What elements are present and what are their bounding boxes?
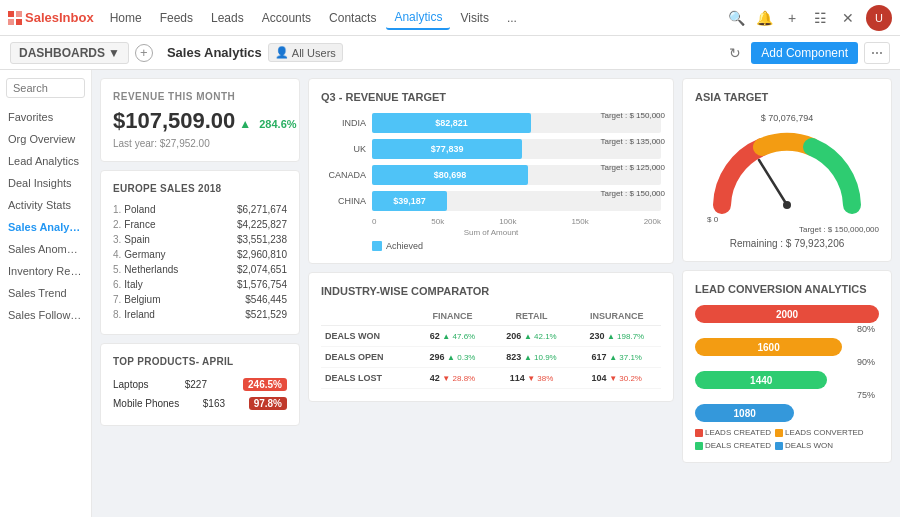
legend-item: LEADS CONVERTED [775, 428, 864, 437]
add-component-button[interactable]: Add Component [751, 42, 858, 64]
brand-logo[interactable]: SalesInbox [8, 10, 94, 25]
gauge-remaining: Remaining : $ 79,923,206 [695, 238, 879, 249]
europe-row: 5.Netherlands$2,074,651 [113, 262, 287, 277]
europe-row: 1.Poland$6,271,674 [113, 202, 287, 217]
lead-bars: 2000 80% 1600 90% 1440 75% 1080 [695, 305, 879, 422]
gauge-target: Target : $ 150,000,000 [695, 225, 879, 234]
gauge-chart [707, 125, 867, 215]
europe-row: 3.Spain$3,551,238 [113, 232, 287, 247]
bell-icon[interactable]: 🔔 [754, 8, 774, 28]
revenue-last-year: Last year: $27,952.00 [113, 138, 287, 149]
svg-line-4 [759, 160, 787, 205]
search-icon[interactable]: 🔍 [726, 8, 746, 28]
close-icon[interactable]: ✕ [838, 8, 858, 28]
gauge-top-value: $ 70,076,794 [695, 113, 879, 123]
svg-point-5 [783, 201, 791, 209]
search-input[interactable] [6, 78, 85, 98]
nav-leads[interactable]: Leads [203, 7, 252, 29]
main-layout: Favorites Org Overview Lead Analytics De… [0, 70, 900, 517]
svg-rect-2 [8, 19, 14, 25]
legend-item: DEALS CREATED [695, 441, 771, 450]
sub-navigation: DASHBOARDS ▼ + Sales Analytics 👤 All Use… [0, 36, 900, 70]
chart-legend: Achieved [321, 241, 661, 251]
sidebar-item-favorites[interactable]: Favorites [0, 106, 91, 128]
chevron-down-icon: ▼ [108, 46, 120, 60]
svg-rect-1 [16, 11, 22, 17]
revenue-card: REVENUE THIS MONTH $107,509.00 ▲ 284.6% … [100, 78, 300, 162]
top-products-title: TOP PRODUCTS- APRIL [113, 356, 287, 367]
chart-axis: 050k100k150k200k [321, 217, 661, 226]
bar-row: INDIA $82,821 Target : $ 150,000 [321, 113, 661, 133]
sidebar-item-inventory-reports[interactable]: Inventory Reports [0, 260, 91, 282]
product-row: Laptops$227246.5% [113, 375, 287, 394]
grid-icon[interactable]: ☷ [810, 8, 830, 28]
nav-actions: 🔍 🔔 + ☷ ✕ U [726, 5, 892, 31]
lead-bar-row: 1440 75% [695, 371, 879, 400]
col-header-insurance: INSURANCE [573, 307, 661, 326]
plus-icon[interactable]: + [782, 8, 802, 28]
comparator-title: INDUSTRY-WISE COMPARATOR [321, 285, 661, 297]
sidebar-item-sales-trend[interactable]: Sales Trend [0, 282, 91, 304]
sidebar-item-lead-analytics[interactable]: Lead Analytics [0, 150, 91, 172]
lead-bar-row: 1600 90% [695, 338, 879, 367]
asia-title: ASIA TARGET [695, 91, 879, 103]
sidebar-item-sales-followup[interactable]: Sales Follow-up T [0, 304, 91, 326]
more-options-button[interactable]: ⋯ [864, 42, 890, 64]
lead-bar-row: 1080 [695, 404, 879, 422]
dashboards-dropdown[interactable]: DASHBOARDS ▼ [10, 42, 129, 64]
users-icon: 👤 [275, 46, 289, 59]
col-header-retail: RETAIL [490, 307, 572, 326]
col-header-finance: FINANCE [415, 307, 491, 326]
lead-legend: LEADS CREATEDLEADS CONVERTEDDEALS CREATE… [695, 428, 879, 450]
top-navigation: SalesInbox Home Feeds Leads Accounts Con… [0, 0, 900, 36]
middle-column: Q3 - REVENUE TARGET INDIA $82,821 Target… [308, 78, 674, 509]
sidebar-item-sales-anomalies[interactable]: Sales Anomalies [0, 238, 91, 260]
content-area: REVENUE THIS MONTH $107,509.00 ▲ 284.6% … [92, 70, 900, 517]
bar-row: CANADA $80,698 Target : $ 125,000 [321, 165, 661, 185]
right-column: ASIA TARGET $ 70,076,794 [682, 78, 892, 509]
col-header-label [321, 307, 415, 326]
svg-rect-0 [8, 11, 14, 17]
revenue-amount: $107,509.00 [113, 108, 235, 134]
comparator-table: FINANCE RETAIL INSURANCE DEALS WON 62 47… [321, 307, 661, 389]
nav-more[interactable]: ... [499, 7, 525, 29]
nav-accounts[interactable]: Accounts [254, 7, 319, 29]
nav-visits[interactable]: Visits [452, 7, 496, 29]
sidebar-item-activity-stats[interactable]: Activity Stats [0, 194, 91, 216]
europe-title: EUROPE SALES 2018 [113, 183, 287, 194]
x-axis-label: Sum of Amount [321, 228, 661, 237]
lead-conversion-title: LEAD CONVERSION ANALYTICS [695, 283, 879, 295]
bar-row: UK $77,839 Target : $ 135,000 [321, 139, 661, 159]
legend-item: DEALS WON [775, 441, 833, 450]
revenue-change: 284.6% [259, 118, 296, 130]
product-rows: Laptops$227246.5%Mobile Phones$16397.8% [113, 375, 287, 413]
nav-feeds[interactable]: Feeds [152, 7, 201, 29]
svg-rect-3 [16, 19, 22, 25]
gauge-container: $ 70,076,794 $ 0 [695, 113, 879, 249]
product-row: Mobile Phones$16397.8% [113, 394, 287, 413]
sidebar-item-deal-insights[interactable]: Deal Insights [0, 172, 91, 194]
sidebar: Favorites Org Overview Lead Analytics De… [0, 70, 92, 517]
nav-contacts[interactable]: Contacts [321, 7, 384, 29]
legend-item: LEADS CREATED [695, 428, 771, 437]
bar-row: CHINA $39,187 Target : $ 150,000 [321, 191, 661, 211]
europe-row: 4.Germany$2,960,810 [113, 247, 287, 262]
revenue-title: REVENUE THIS MONTH [113, 91, 287, 102]
gauge-min-max: $ 0 [707, 215, 867, 224]
revenue-arrow: ▲ [239, 117, 251, 131]
add-dashboard-button[interactable]: + [135, 44, 153, 62]
nav-home[interactable]: Home [102, 7, 150, 29]
europe-row: 8.Ireland$521,529 [113, 307, 287, 322]
sidebar-item-org-overview[interactable]: Org Overview [0, 128, 91, 150]
europe-row: 6.Italy$1,576,754 [113, 277, 287, 292]
sidebar-item-sales-analytics[interactable]: Sales Analytics [0, 216, 91, 238]
refresh-icon[interactable]: ↻ [729, 45, 741, 61]
q3-bar-chart: INDIA $82,821 Target : $ 150,000 UK $77,… [321, 113, 661, 211]
europe-row: 7.Belgium$546,445 [113, 292, 287, 307]
user-avatar[interactable]: U [866, 5, 892, 31]
brand-icon [8, 11, 22, 25]
filter-badge[interactable]: 👤 All Users [268, 43, 343, 62]
nav-analytics[interactable]: Analytics [386, 6, 450, 30]
q3-title: Q3 - REVENUE TARGET [321, 91, 661, 103]
europe-sales-card: EUROPE SALES 2018 1.Poland$6,271,6742.Fr… [100, 170, 300, 335]
